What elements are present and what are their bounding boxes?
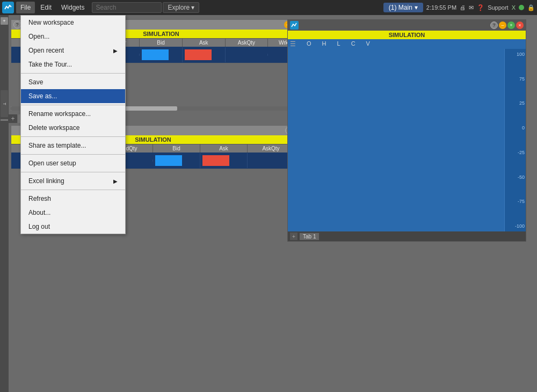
help-btn-chart[interactable]: ? bbox=[490, 21, 498, 29]
chart-y-axis: 100 75 25 0 -25 -50 -75 -100 bbox=[504, 49, 526, 231]
chart-col-v: V bbox=[366, 40, 370, 48]
menu-edit[interactable]: Edit bbox=[36, 2, 56, 13]
chart-tab-bar: + Tab 1 bbox=[288, 231, 526, 241]
mail-icon: ✉ bbox=[469, 4, 474, 11]
y-label-neg25: -25 bbox=[506, 150, 525, 155]
menu-file[interactable]: File bbox=[16, 2, 35, 13]
chart-tab-1[interactable]: Tab 1 bbox=[300, 233, 319, 240]
chart-tab-add-btn[interactable]: + bbox=[290, 233, 297, 240]
separator-5 bbox=[21, 172, 125, 172]
y-label-neg75: -75 bbox=[506, 199, 525, 204]
printer-icon: 🖨 bbox=[460, 4, 466, 11]
menu-save[interactable]: Save bbox=[21, 75, 125, 89]
cell-ask-color bbox=[183, 47, 226, 62]
chart-col-l: L bbox=[337, 40, 340, 48]
explore-button[interactable]: Explore ▾ bbox=[163, 2, 199, 13]
chart-header: ? – + × bbox=[288, 20, 526, 31]
support-label: Support bbox=[488, 4, 509, 11]
lock-icon: 🔒 bbox=[527, 4, 535, 11]
menu-open[interactable]: Open... bbox=[21, 30, 125, 43]
col-ask: Ask bbox=[183, 39, 226, 47]
menu-new-workspace[interactable]: New workspace bbox=[21, 16, 125, 30]
col-bid: Bid bbox=[140, 39, 183, 47]
cell-bid-color bbox=[140, 47, 183, 62]
sidebar-add-btn[interactable]: + bbox=[1, 17, 8, 25]
y-label-25: 25 bbox=[506, 100, 525, 106]
separator-3 bbox=[21, 136, 125, 137]
menu-open-user-setup[interactable]: Open user setup bbox=[21, 156, 125, 170]
menu-refresh[interactable]: Refresh bbox=[21, 192, 125, 206]
help-btn-top[interactable]: ? bbox=[13, 21, 21, 28]
sidebar-item-1: T bbox=[1, 90, 8, 117]
chart-col-o: O bbox=[307, 40, 311, 48]
menu-share-template[interactable]: Share as template... bbox=[21, 139, 125, 153]
connection-status bbox=[519, 5, 524, 10]
tab-add-button[interactable]: + bbox=[9, 114, 17, 123]
left-sidebar: + T bbox=[0, 15, 9, 392]
hamburger-icon[interactable]: ☰ bbox=[290, 40, 296, 48]
help-icon: ❓ bbox=[477, 4, 484, 11]
y-label-75: 75 bbox=[506, 76, 525, 82]
main-workspace-button[interactable]: (1) Main ▾ bbox=[383, 3, 423, 12]
y-label-100: 100 bbox=[506, 52, 525, 57]
menu-take-tour[interactable]: Take the Tour... bbox=[21, 57, 125, 71]
menu-excel-linking[interactable]: Excel linking ▶ bbox=[21, 174, 125, 188]
submenu-arrow-excel: ▶ bbox=[113, 178, 118, 184]
menu-open-recent[interactable]: Open recent ▶ bbox=[21, 43, 125, 57]
search-input[interactable] bbox=[92, 2, 162, 13]
clock-display: 2:19:55 PM bbox=[426, 4, 456, 11]
app-logo bbox=[2, 2, 14, 13]
separator-2 bbox=[21, 105, 125, 105]
cell-askqty bbox=[226, 54, 268, 56]
maximize-btn-chart[interactable]: + bbox=[507, 21, 515, 29]
chart-col-h: H bbox=[322, 40, 326, 48]
submenu-arrow-recent: ▶ bbox=[113, 48, 118, 54]
cell-bid-color-b bbox=[153, 153, 200, 168]
y-label-0: 0 bbox=[506, 125, 525, 130]
y-label-neg100: -100 bbox=[506, 223, 525, 229]
separator-1 bbox=[21, 73, 125, 74]
cell-ask-color-b bbox=[200, 153, 248, 168]
chart-col-c: C bbox=[351, 40, 355, 48]
separator-4 bbox=[21, 154, 125, 155]
chart-body: 100 75 25 0 -25 -50 -75 -100 bbox=[288, 49, 526, 231]
col-ask-b: Ask bbox=[200, 144, 248, 153]
y-label-neg50: -50 bbox=[506, 175, 525, 180]
menu-save-as[interactable]: Save as... bbox=[21, 89, 125, 103]
menu-widgets[interactable]: Widgets bbox=[57, 2, 89, 13]
menu-about[interactable]: About... bbox=[21, 206, 125, 220]
chart-title: SIMULATION bbox=[288, 31, 526, 39]
col-askqty: AskQty bbox=[226, 39, 268, 47]
separator-6 bbox=[21, 190, 125, 190]
minimize-btn-chart[interactable]: – bbox=[499, 21, 506, 29]
menu-rename-workspace[interactable]: Rename workspace... bbox=[21, 107, 125, 121]
col-bid-b: Bid bbox=[153, 144, 200, 153]
menu-bar: File Edit Widgets Explore ▾ (1) Main ▾ 2… bbox=[0, 0, 537, 15]
menu-log-out[interactable]: Log out bbox=[21, 220, 125, 234]
file-dropdown-menu: New workspace Open... Open recent ▶ Take… bbox=[20, 15, 126, 234]
menu-delete-workspace[interactable]: Delete workspace bbox=[21, 121, 125, 135]
close-btn-chart[interactable]: × bbox=[516, 21, 524, 29]
chart-panel: ? – + × SIMULATION ☰ O H L C V 100 75 25… bbox=[287, 19, 526, 242]
chart-logo bbox=[290, 21, 299, 30]
chart-col-headers: ☰ O H L C V bbox=[288, 39, 526, 49]
excel-icon: X bbox=[512, 4, 516, 11]
